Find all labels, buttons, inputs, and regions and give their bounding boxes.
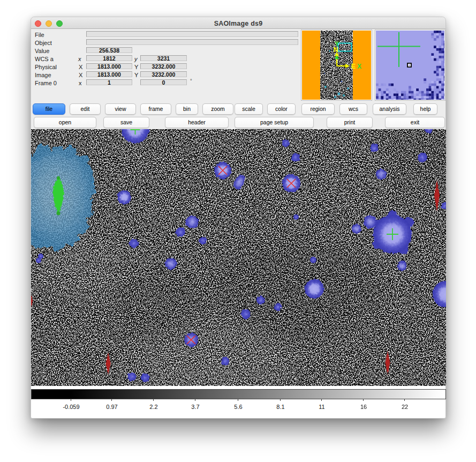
svg-text:Y: Y: [335, 40, 339, 48]
svg-text:E: E: [351, 63, 356, 70]
svg-text:X: X: [357, 63, 361, 70]
